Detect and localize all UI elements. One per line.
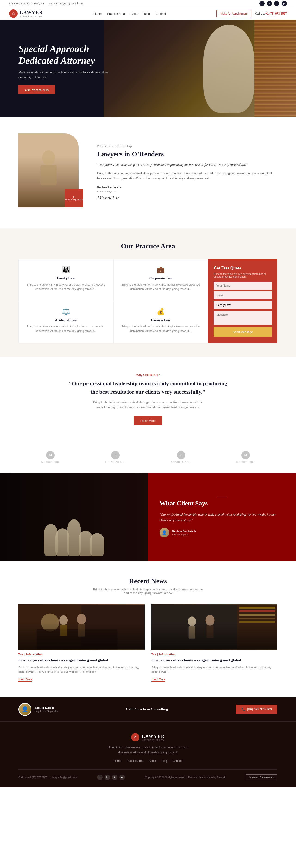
footer-nav-about[interactable]: About bbox=[149, 759, 156, 763]
form-name-input[interactable] bbox=[214, 282, 272, 289]
corporate-law-desc: Bring to the table win-win survival stra… bbox=[119, 283, 202, 291]
cta-phone-number: (89) 673 378-309 bbox=[247, 708, 272, 711]
footer-desc: Bring to the table win-win survival stra… bbox=[102, 745, 194, 755]
cta-phone-button[interactable]: 📞 (89) 673 378-309 bbox=[236, 705, 277, 714]
hero-cta-button[interactable]: Our Practice Area bbox=[19, 85, 55, 94]
twitter-icon[interactable]: t bbox=[274, 1, 279, 6]
footer-social: f in t ▶ bbox=[97, 775, 125, 780]
nav-right: Make An Appointment Call Us: +1 (78) 673… bbox=[217, 10, 287, 17]
about-quote: "Our professional leadership team is tru… bbox=[97, 162, 277, 168]
footer-nav-blog[interactable]: Blog bbox=[162, 759, 167, 763]
location-text: Location: 76/4, Kings road, NY bbox=[9, 2, 45, 5]
why-tag: Why Choose Us? bbox=[19, 373, 277, 376]
finance-law-title: Finance Law bbox=[119, 318, 202, 322]
footer-top: ⚖ LAWYER ATTORNEY AT LAW Bring to the ta… bbox=[19, 733, 277, 763]
footer-logo-text-wrap: LAWYER ATTORNEY AT LAW bbox=[142, 734, 165, 741]
practice-section: Our Practice Area 👨‍👩‍👧 Family Law Bring… bbox=[0, 228, 296, 357]
partner-name-3: COURTCASE bbox=[171, 460, 191, 464]
testimonial-divider bbox=[218, 497, 227, 497]
footer-email: lawyer76@gmail.com bbox=[53, 776, 77, 779]
about-tag: Why You Need the Top bbox=[97, 145, 277, 148]
footer-appointment-button[interactable]: Make An Appointment bbox=[246, 774, 277, 780]
partner-name-4: Monochrome bbox=[236, 460, 255, 464]
footer-instagram-icon[interactable]: in bbox=[104, 775, 110, 780]
testimonial-title: What Client Says bbox=[160, 499, 285, 507]
partners-section: M Monochrome P PRINT MEDIA C COURTCASE M… bbox=[0, 441, 296, 473]
phone-number: +1 (78) 673 3567 bbox=[265, 12, 287, 15]
about-author-name: Reuben Sandwicih bbox=[97, 185, 277, 189]
news-image-1 bbox=[19, 604, 144, 650]
footer-brand: LAWYER bbox=[142, 734, 165, 739]
footer-nav-home[interactable]: Home bbox=[114, 759, 121, 763]
facebook-icon[interactable]: f bbox=[259, 1, 265, 6]
footer-nav-practice[interactable]: Practice Area bbox=[127, 759, 143, 763]
nav-home[interactable]: Home bbox=[94, 12, 102, 16]
practice-card-corporate: 💼 Corporate Law Bring to the table win-w… bbox=[113, 259, 208, 301]
news-overlay-1 bbox=[19, 604, 144, 650]
bust-collection bbox=[0, 473, 148, 561]
partner-icon-4: M bbox=[241, 451, 250, 459]
footer-nav-contact[interactable]: Contact bbox=[173, 759, 182, 763]
corporate-law-icon: 💼 bbox=[119, 266, 202, 274]
form-message-input[interactable] bbox=[214, 311, 272, 325]
testimonial-image-left bbox=[0, 473, 148, 561]
nav-practice[interactable]: Practice Area bbox=[107, 12, 125, 16]
form-service-select[interactable]: Family Law Corporate Law Finance Law Aci… bbox=[214, 301, 272, 309]
cta-person-name: Jacson Kalish bbox=[35, 706, 58, 710]
practice-card-family: 👨‍👩‍👧 Family Law Bring to the table win-… bbox=[19, 259, 113, 301]
news-title: Recent News bbox=[19, 577, 277, 585]
family-law-title: Family Law bbox=[24, 276, 107, 280]
why-title: "Our professional leadership team is tru… bbox=[67, 379, 229, 396]
youtube-icon[interactable]: ▶ bbox=[282, 1, 287, 6]
footer-nav: Home Practice Area About Blog Contact bbox=[19, 759, 277, 763]
news-subtitle: Bring to the table win-win survival stra… bbox=[90, 588, 206, 595]
testimonial-content: What Client Says "Our professional leade… bbox=[148, 473, 296, 561]
learn-more-button[interactable]: Learn More bbox=[134, 416, 162, 425]
nav-blog[interactable]: Blog bbox=[144, 12, 150, 16]
svg-rect-1 bbox=[40, 165, 57, 185]
cta-person-role: Legal Law Supporter bbox=[35, 710, 58, 713]
family-law-desc: Bring to the table win-win survival stra… bbox=[24, 283, 107, 291]
about-image-wrap: 15 Years of experience bbox=[19, 133, 83, 212]
news-grid: Tax | Information Our lawyers offer clie… bbox=[19, 604, 277, 681]
about-desc: Bring to the table win-win survival stra… bbox=[97, 171, 277, 181]
partner-printmedia: P PRINT MEDIA bbox=[105, 451, 126, 464]
top-bar-left: Location: 76/4, Kings road, NY Mail Us: … bbox=[9, 2, 84, 5]
form-email-input[interactable] bbox=[214, 291, 272, 299]
nav-about[interactable]: About bbox=[131, 12, 138, 16]
nav-contact[interactable]: Contact bbox=[156, 12, 166, 16]
footer-facebook-icon[interactable]: f bbox=[97, 775, 103, 780]
cta-banner: 👤 Jacson Kalish Legal Law Supporter Call… bbox=[0, 697, 296, 721]
footer-youtube-icon[interactable]: ▶ bbox=[119, 775, 125, 780]
read-more-link-1[interactable]: Read More bbox=[19, 678, 32, 682]
footer-contact-info: Call Us: +1 (78) 673 3567 | lawyer76@gma… bbox=[19, 776, 77, 779]
form-submit-button[interactable]: Send Message bbox=[214, 328, 272, 337]
cta-avatar: 👤 bbox=[19, 703, 31, 716]
years-number: 15 bbox=[73, 196, 75, 198]
author-name: Reuben Sandwicih bbox=[172, 529, 196, 533]
about-author-role: Editorial Layouts bbox=[97, 190, 277, 193]
footer-logo-icon: ⚖ bbox=[131, 733, 139, 742]
footer-logo: ⚖ LAWYER ATTORNEY AT LAW bbox=[19, 733, 277, 742]
accidental-law-icon: ⚖️ bbox=[24, 308, 107, 315]
logo-text-wrap: LAWYER ATTORNEY AT LAW bbox=[20, 10, 43, 18]
read-more-link-2[interactable]: Read More bbox=[152, 678, 165, 682]
accidental-law-title: Acidental Law bbox=[24, 318, 107, 322]
appointment-button[interactable]: Make An Appointment bbox=[217, 10, 251, 17]
news-card-desc-2: Bring to the table win-win survival stra… bbox=[152, 665, 277, 674]
years-badge: 15 Years of experience bbox=[65, 189, 83, 208]
svg-point-0 bbox=[42, 150, 55, 165]
footer-twitter-icon[interactable]: t bbox=[112, 775, 118, 780]
practice-cards: 👨‍👩‍👧 Family Law Bring to the table win-… bbox=[19, 259, 208, 343]
linkedin-icon[interactable]: in bbox=[267, 1, 272, 6]
email-text: Mail Us: lawyer76@gmail.com bbox=[48, 2, 84, 5]
person-silhouette bbox=[35, 147, 62, 194]
testimonial-section: What Client Says "Our professional leade… bbox=[0, 473, 296, 561]
partner-name-2: PRINT MEDIA bbox=[105, 460, 126, 464]
bust-5 bbox=[90, 533, 104, 556]
accidental-law-desc: Bring to the table win-win survival stra… bbox=[24, 324, 107, 333]
why-section: Why Choose Us? "Our professional leaders… bbox=[0, 357, 296, 441]
hero-statue bbox=[203, 25, 254, 113]
footer-tagline: ATTORNEY AT LAW bbox=[142, 739, 165, 741]
partner-monochrome-1: M Monochrome bbox=[41, 451, 60, 464]
